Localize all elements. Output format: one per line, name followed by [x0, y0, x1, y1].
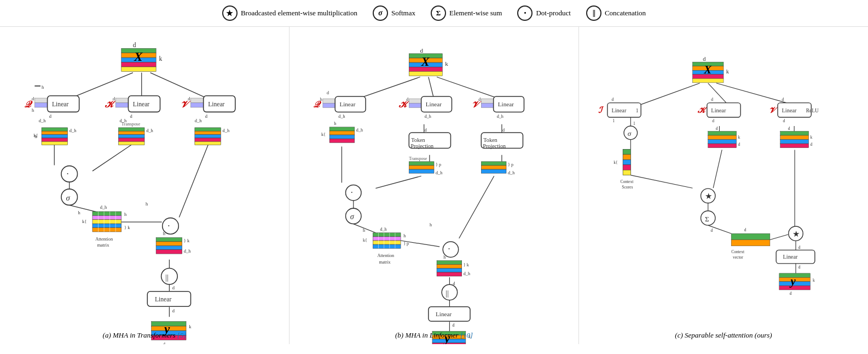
svg-text:k: k [813, 278, 815, 283]
svg-rect-49 [118, 141, 144, 145]
svg-rect-202 [437, 261, 462, 265]
svg-text:d: d [172, 285, 175, 290]
svg-rect-71 [92, 224, 121, 227]
svg-rect-42 [42, 141, 68, 145]
svg-line-10 [151, 73, 209, 99]
panel-mha-linformer: X d k 𝒬 h d Linear d_h 𝒦 [290, 27, 579, 344]
svg-text:Linear: Linear [611, 107, 627, 113]
caption-mha-linformer: (b) MHA in Linformer [10] [290, 331, 578, 340]
svg-text:d_h: d_h [100, 204, 107, 210]
svg-text:Linear: Linear [426, 101, 442, 107]
svg-text:k{: k{ [321, 132, 326, 137]
svg-rect-171 [481, 169, 506, 173]
svg-text:d: d [738, 142, 740, 147]
svg-text:d: d [425, 128, 427, 133]
svg-text:vector: vector [733, 255, 743, 260]
svg-rect-147 [329, 139, 355, 142]
legend-concat: || Concatenation [586, 5, 646, 21]
svg-text:h: h [334, 121, 336, 126]
dot-label: Dot-product [536, 9, 571, 18]
svg-rect-185 [373, 241, 401, 244]
svg-rect-55 [195, 138, 221, 141]
svg-rect-260 [623, 155, 630, 159]
svg-text:d_h: d_h [195, 118, 202, 123]
svg-rect-53 [195, 131, 221, 134]
svg-text:Linear: Linear [782, 107, 797, 113]
svg-rect-72 [92, 228, 121, 232]
svg-text:𝒦: 𝒦 [398, 100, 410, 110]
svg-text:1: 1 [612, 118, 615, 123]
svg-text:★: ★ [705, 192, 712, 201]
svg-line-84 [179, 145, 208, 218]
svg-rect-56 [195, 141, 221, 145]
svg-rect-278 [780, 132, 809, 136]
svg-rect-39 [42, 131, 68, 134]
svg-text:Attention: Attention [95, 236, 113, 242]
legend-sum: Σ Element-wise sum [431, 5, 502, 21]
svg-text:h: h [363, 228, 365, 233]
svg-text:d: d [406, 97, 408, 102]
svg-text:d: d [130, 113, 133, 119]
svg-text:·: · [448, 244, 450, 254]
svg-text:d: d [798, 245, 801, 250]
svg-text:Token: Token [411, 137, 425, 143]
svg-rect-32 [190, 102, 203, 107]
svg-point-61 [61, 166, 78, 182]
svg-rect-123 [323, 99, 335, 103]
svg-text:h: h [403, 233, 406, 238]
svg-text:h: h [430, 222, 432, 227]
svg-rect-90 [156, 245, 182, 249]
svg-text:Linear: Linear [208, 101, 224, 108]
svg-text:X: X [421, 55, 430, 68]
svg-text:σ: σ [66, 193, 70, 202]
svg-text:1: 1 [636, 108, 639, 113]
svg-mha-linformer: X d k 𝒬 h d Linear d_h 𝒦 [290, 27, 578, 344]
svg-text:} p: } p [436, 162, 441, 167]
svg-line-198 [459, 176, 494, 238]
svg-text:k{: k{ [82, 219, 86, 224]
svg-text:h: h [42, 84, 44, 90]
concat-icon: || [586, 5, 601, 21]
caption-mha-transformers: (a) MHA in Transformers [5] [0, 331, 289, 340]
svg-rect-263 [623, 170, 630, 175]
svg-text:h: h [78, 210, 81, 215]
svg-text:k: k [445, 60, 448, 67]
softmax-icon: σ [373, 5, 388, 21]
svg-text:d_h: d_h [425, 114, 431, 119]
svg-rect-13 [34, 102, 47, 107]
svg-rect-124 [323, 103, 335, 107]
svg-text:d: d [783, 118, 785, 123]
svg-rect-70 [92, 220, 121, 224]
svg-text:d: d [188, 96, 190, 101]
svg-text:d: d [744, 227, 747, 232]
svg-text:σ: σ [350, 212, 355, 221]
svg-text:} k: } k [184, 238, 190, 243]
svg-text:★: ★ [792, 230, 800, 238]
svg-rect-271 [708, 140, 737, 144]
svg-rect-4 [121, 67, 156, 71]
svg-text:d_h: d_h [39, 118, 46, 123]
broadcast-icon: ★ [222, 5, 238, 21]
svg-text:d: d [790, 291, 792, 296]
softmax-label: Softmax [391, 9, 415, 18]
svg-text:d_h: d_h [184, 248, 191, 254]
svg-rect-270 [708, 135, 737, 140]
svg-text:X: X [134, 49, 143, 64]
svg-text:d: d [711, 97, 713, 102]
svg-text:d: d [205, 113, 208, 119]
svg-rect-279 [780, 135, 809, 140]
svg-rect-203 [437, 265, 462, 269]
svg-rect-269 [708, 132, 737, 136]
svg-text:d_h: d_h [338, 114, 345, 119]
legend-broadcast: ★ Broadcasted element-wise multiplicatio… [222, 5, 357, 21]
svg-rect-52 [195, 128, 221, 131]
svg-text:matrix: matrix [97, 242, 109, 248]
svg-rect-164 [409, 169, 434, 173]
svg-text:Transpose: Transpose [121, 121, 141, 127]
svg-rect-169 [481, 162, 506, 165]
svg-text:matrix: matrix [379, 260, 390, 265]
svg-text:d: d [798, 265, 801, 270]
svg-line-120 [429, 77, 434, 100]
svg-rect-91 [156, 250, 182, 254]
svg-rect-145 [329, 131, 355, 135]
